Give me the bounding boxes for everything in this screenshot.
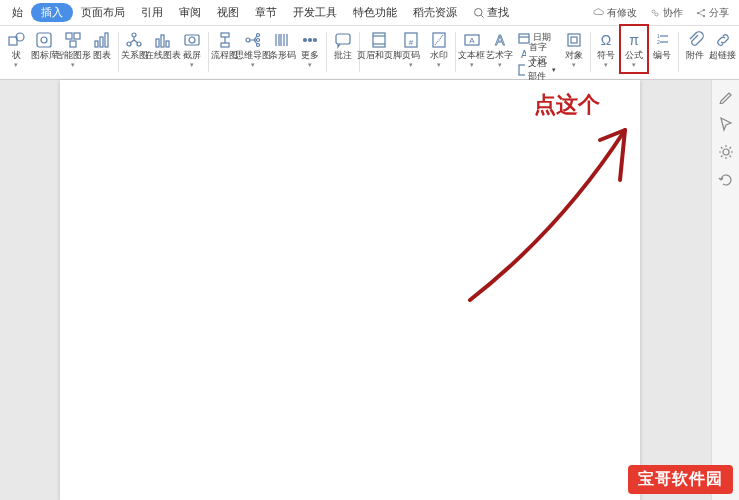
watermark-icon: [430, 31, 448, 49]
svg-text:Ω: Ω: [601, 32, 611, 48]
tab-start[interactable]: 始: [4, 2, 31, 23]
svg-point-0: [475, 8, 483, 16]
share-icon: [695, 7, 707, 19]
tab-view[interactable]: 视图: [209, 2, 247, 23]
site-watermark: 宝哥软件园: [628, 465, 733, 494]
equation-button[interactable]: π公式▾: [620, 28, 648, 71]
watermark-button[interactable]: 水印▾: [425, 28, 453, 71]
svg-point-2: [652, 10, 655, 13]
relation-chart-button[interactable]: 关系图: [120, 28, 148, 63]
svg-text:2: 2: [657, 39, 660, 45]
svg-rect-40: [373, 33, 385, 47]
sidebar-refresh[interactable]: [718, 172, 734, 188]
svg-point-4: [697, 11, 699, 13]
svg-point-36: [304, 39, 307, 42]
sidebar-pen-tool[interactable]: [718, 88, 734, 104]
svg-text:A: A: [469, 36, 475, 45]
mindmap-button[interactable]: 思维导图▾: [239, 28, 269, 71]
pen-icon: [718, 88, 734, 104]
barcode-icon: [273, 31, 291, 49]
svg-point-38: [314, 39, 317, 42]
header-footer-button[interactable]: 页眉和页脚: [361, 28, 397, 63]
share-button[interactable]: 分享: [689, 6, 735, 20]
sidebar-settings[interactable]: [718, 144, 734, 160]
search-label: 查找: [487, 5, 509, 20]
svg-rect-26: [221, 43, 229, 47]
tab-devtools[interactable]: 开发工具: [285, 2, 345, 23]
tab-page-layout[interactable]: 页面布局: [73, 2, 133, 23]
svg-point-27: [246, 38, 250, 42]
document-area: 点这个 99: [0, 80, 711, 500]
svg-text:A: A: [495, 32, 505, 48]
smartart-button[interactable]: 智能图形▾: [58, 28, 88, 71]
screenshot-icon: [183, 31, 201, 49]
cloud-icon: [593, 7, 605, 19]
barcode-button[interactable]: 条形码: [268, 28, 296, 63]
refresh-icon: [718, 172, 734, 188]
svg-rect-50: [519, 34, 529, 43]
svg-point-37: [309, 39, 312, 42]
flowchart-icon: [216, 31, 234, 49]
hyperlink-icon: [714, 31, 732, 49]
more-button[interactable]: 更多▾: [296, 28, 324, 71]
icon-library-icon: [35, 31, 53, 49]
more-icon: [301, 31, 319, 49]
comment-button[interactable]: 批注: [329, 28, 357, 63]
tab-references[interactable]: 引用: [133, 2, 171, 23]
svg-rect-15: [100, 37, 103, 47]
svg-rect-11: [66, 33, 72, 39]
attachment-icon: [686, 31, 704, 49]
attachment-button[interactable]: 附件: [681, 28, 709, 63]
shapes-icon: [7, 31, 25, 49]
hyperlink-button[interactable]: 超链接: [709, 28, 737, 63]
chart-button[interactable]: 图表: [88, 28, 116, 63]
document-page[interactable]: 点这个: [60, 80, 640, 500]
smartart-icon: [64, 31, 82, 49]
page-number-button[interactable]: #页码▾: [397, 28, 425, 71]
svg-text:#: #: [409, 38, 414, 47]
svg-point-3: [655, 13, 658, 16]
screenshot-button[interactable]: 截屏▾: [178, 28, 206, 71]
online-chart-icon: [154, 31, 172, 49]
insert-stack: 日期 A首字下沉 文档部件▾: [514, 28, 560, 79]
annotation-arrow: [440, 110, 660, 310]
svg-rect-20: [156, 39, 159, 47]
cursor-icon: [718, 116, 734, 132]
search-button[interactable]: 查找: [465, 2, 517, 23]
icon-library-button[interactable]: 图标库: [30, 28, 58, 63]
right-sidebar: [711, 80, 739, 500]
svg-rect-55: [571, 37, 577, 43]
object-button[interactable]: 对象▾: [560, 28, 588, 71]
ribbon-insert: 状▾ 图标库 智能图形▾ 图表 关系图 在线图表 截屏▾ 流程图 思维导图▾ 条…: [0, 26, 739, 80]
sidebar-select-tool[interactable]: [718, 116, 734, 132]
modify-status[interactable]: 有修改: [587, 6, 643, 20]
search-icon: [473, 7, 485, 19]
numbering-button[interactable]: 12编号: [648, 28, 676, 63]
page-number-icon: #: [402, 31, 420, 49]
collab-icon: [649, 7, 661, 19]
tab-resources[interactable]: 稻壳资源: [405, 2, 465, 23]
svg-point-62: [723, 149, 729, 155]
tab-insert[interactable]: 插入: [31, 3, 73, 22]
online-chart-button[interactable]: 在线图表: [148, 28, 178, 63]
mindmap-icon: [244, 31, 262, 49]
svg-rect-25: [221, 33, 229, 37]
textbox-icon: A: [463, 31, 481, 49]
symbol-icon: Ω: [597, 31, 615, 49]
textbox-button[interactable]: A文本框▾: [458, 28, 486, 71]
tab-features[interactable]: 特色功能: [345, 2, 405, 23]
shapes-button[interactable]: 状▾: [2, 28, 30, 71]
svg-point-24: [189, 37, 195, 43]
wordart-button[interactable]: A艺术字▾: [486, 28, 514, 71]
doc-parts-button[interactable]: 文档部件▾: [518, 62, 556, 77]
svg-rect-21: [161, 35, 164, 47]
symbol-button[interactable]: Ω符号▾: [592, 28, 620, 71]
tab-review[interactable]: 审阅: [171, 2, 209, 23]
collab-button[interactable]: 协作: [643, 6, 689, 20]
tab-chapter[interactable]: 章节: [247, 2, 285, 23]
svg-rect-39: [336, 34, 350, 44]
comment-icon: [334, 31, 352, 49]
svg-point-17: [132, 33, 136, 37]
numbering-icon: 12: [653, 31, 671, 49]
relation-icon: [125, 31, 143, 49]
